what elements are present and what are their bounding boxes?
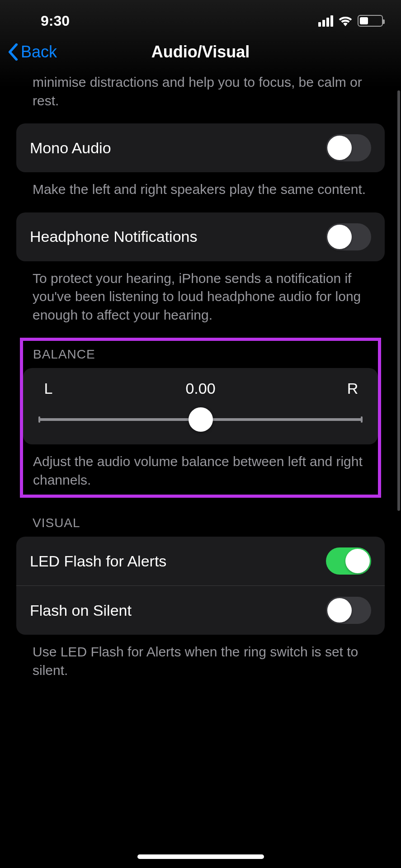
balance-desc: Adjust the audio volume balance between … xyxy=(23,444,378,495)
balance-slider[interactable] xyxy=(38,408,363,431)
back-button[interactable]: Back xyxy=(8,42,57,61)
headphone-notifications-label: Headphone Notifications xyxy=(30,228,197,245)
balance-highlight-box: BALANCE L 0.00 R Adjust the audio volume… xyxy=(20,338,381,498)
headphone-notifications-desc: To protect your hearing, iPhone sends a … xyxy=(0,261,401,338)
battery-icon xyxy=(358,15,383,27)
back-label: Back xyxy=(21,42,57,61)
visual-section-header: VISUAL xyxy=(0,498,401,537)
screen: 9:30 Back Audio/Visual minimise distract… xyxy=(0,0,401,868)
status-bar: 9:30 xyxy=(0,0,401,36)
flash-on-silent-cell[interactable]: Flash on Silent xyxy=(16,585,385,635)
status-time: 9:30 xyxy=(18,13,70,29)
headphone-notifications-cell[interactable]: Headphone Notifications xyxy=(16,212,385,261)
balance-right-label: R xyxy=(344,380,362,397)
balance-value-row: L 0.00 R xyxy=(37,377,364,406)
content-scroll[interactable]: minimise distractions and help you to fo… xyxy=(0,68,401,693)
mono-audio-group: Mono Audio xyxy=(16,123,385,172)
led-flash-cell[interactable]: LED Flash for Alerts xyxy=(16,537,385,585)
flash-on-silent-label: Flash on Silent xyxy=(30,602,132,619)
nav-bar: Back Audio/Visual xyxy=(0,36,401,68)
home-indicator[interactable] xyxy=(137,854,264,859)
visual-group: LED Flash for Alerts Flash on Silent xyxy=(16,537,385,635)
flash-on-silent-toggle[interactable] xyxy=(326,597,371,624)
mono-audio-label: Mono Audio xyxy=(30,139,111,157)
cellular-signal-icon xyxy=(318,15,333,27)
balance-slider-knob[interactable] xyxy=(189,407,213,432)
background-sounds-partial-desc: minimise distractions and help you to fo… xyxy=(0,68,401,123)
nav-title: Audio/Visual xyxy=(0,42,401,61)
visual-desc: Use LED Flash for Alerts when the ring s… xyxy=(0,635,401,693)
scrollbar[interactable] xyxy=(397,90,400,511)
mono-audio-toggle[interactable] xyxy=(326,134,371,161)
headphone-notifications-toggle[interactable] xyxy=(326,223,371,250)
led-flash-toggle[interactable] xyxy=(326,547,371,575)
balance-cell: L 0.00 R xyxy=(23,368,378,444)
chevron-left-icon xyxy=(8,43,18,61)
wifi-icon xyxy=(339,15,352,26)
led-flash-label: LED Flash for Alerts xyxy=(30,552,166,570)
mono-audio-desc: Make the left and right speakers play th… xyxy=(0,172,401,212)
status-icons xyxy=(318,15,383,27)
headphone-notifications-group: Headphone Notifications xyxy=(16,212,385,261)
balance-value: 0.00 xyxy=(57,380,344,397)
mono-audio-cell[interactable]: Mono Audio xyxy=(16,123,385,172)
balance-section-header: BALANCE xyxy=(23,341,378,368)
balance-left-label: L xyxy=(39,380,57,397)
